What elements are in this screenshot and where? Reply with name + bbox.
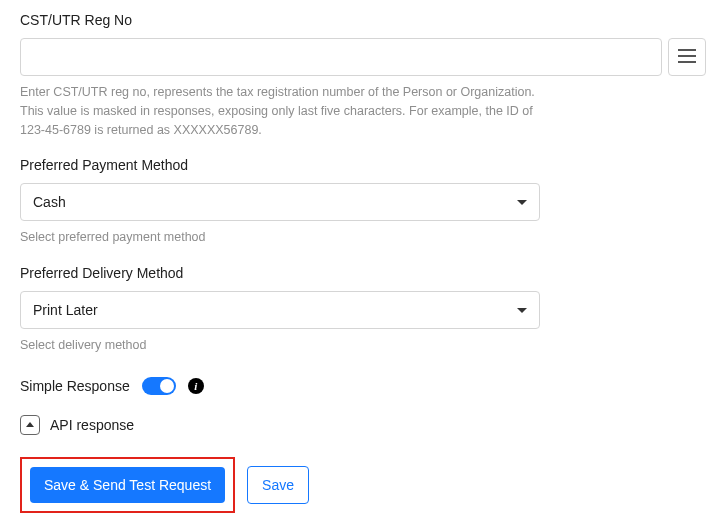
cst-utr-group: CST/UTR Reg No Enter CST/UTR reg no, rep… [20, 12, 706, 139]
action-buttons-row: Save & Send Test Request Save [20, 457, 706, 513]
svg-rect-1 [678, 55, 696, 57]
simple-response-toggle[interactable] [142, 377, 176, 395]
chevron-up-icon [26, 422, 34, 427]
hamburger-icon [678, 49, 696, 66]
payment-method-help: Select preferred payment method [20, 228, 540, 247]
delivery-method-select[interactable]: Print Later [20, 291, 540, 329]
api-response-label: API response [50, 417, 134, 433]
highlight-frame: Save & Send Test Request [20, 457, 235, 513]
toggle-knob [160, 379, 174, 393]
caret-down-icon [517, 200, 527, 205]
info-icon[interactable]: i [188, 378, 204, 394]
cst-utr-input-row [20, 38, 706, 76]
delivery-method-help: Select delivery method [20, 336, 540, 355]
cst-utr-options-button[interactable] [668, 38, 706, 76]
api-response-row: API response [20, 415, 706, 435]
svg-rect-0 [678, 49, 696, 51]
payment-method-group: Preferred Payment Method Cash Select pre… [20, 157, 706, 247]
cst-utr-label: CST/UTR Reg No [20, 12, 706, 28]
api-response-collapse-button[interactable] [20, 415, 40, 435]
delivery-method-value: Print Later [33, 302, 98, 318]
payment-method-value: Cash [33, 194, 66, 210]
save-send-test-button[interactable]: Save & Send Test Request [30, 467, 225, 503]
caret-down-icon [517, 308, 527, 313]
delivery-method-label: Preferred Delivery Method [20, 265, 706, 281]
payment-method-label: Preferred Payment Method [20, 157, 706, 173]
delivery-method-group: Preferred Delivery Method Print Later Se… [20, 265, 706, 355]
cst-utr-input[interactable] [20, 38, 662, 76]
svg-rect-2 [678, 61, 696, 63]
simple-response-row: Simple Response i [20, 377, 706, 395]
cst-utr-help: Enter CST/UTR reg no, represents the tax… [20, 83, 540, 139]
save-button[interactable]: Save [247, 466, 309, 504]
payment-method-select[interactable]: Cash [20, 183, 540, 221]
simple-response-label: Simple Response [20, 378, 130, 394]
